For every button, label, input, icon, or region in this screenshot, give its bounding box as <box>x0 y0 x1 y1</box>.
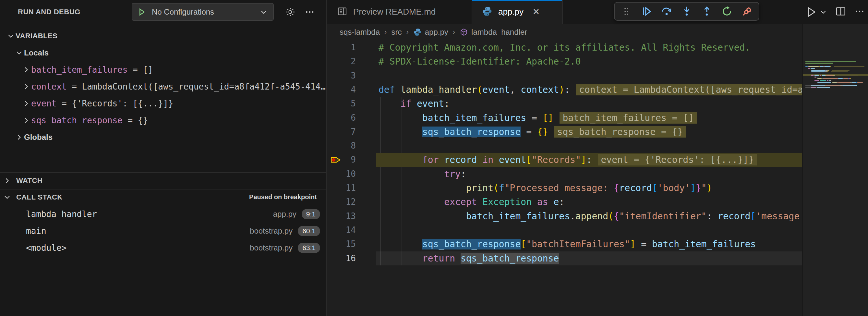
chevron-down-icon <box>14 49 24 57</box>
code-line-14[interactable]: 14 <box>327 223 802 237</box>
run-python-file-button[interactable] <box>805 6 827 18</box>
variable-value: = {'Records': [{...}]} <box>56 99 326 108</box>
tab-app-py[interactable]: app.py ✕ <box>472 0 563 24</box>
more-actions-button[interactable] <box>855 6 865 18</box>
minimap[interactable] <box>802 24 868 316</box>
code-line-9[interactable]: 9 for record in event["Records"]:event =… <box>327 153 802 167</box>
more-actions-icon[interactable] <box>301 0 318 24</box>
step-over-button[interactable] <box>658 3 675 20</box>
minimap-code-mark <box>817 78 821 79</box>
variables-section-header[interactable]: VARIABLES <box>0 28 326 44</box>
variable-row[interactable]: sqs_batch_response = {} <box>0 112 326 129</box>
minimap-code-mark <box>820 74 821 75</box>
minimap-code-mark <box>817 82 832 83</box>
code-text: def lambda_handler(event, context):conte… <box>378 83 802 97</box>
code-line-7[interactable]: 7 sqs_batch_response = {}sqs_batch_respo… <box>327 125 802 139</box>
minimap-code-mark <box>822 74 826 75</box>
editor-tab-bar: Preview README.md app.py ✕ <box>327 0 868 24</box>
line-number: 16 <box>334 251 356 265</box>
line-number: 11 <box>334 181 356 195</box>
tab-label: app.py <box>498 7 524 17</box>
symbol-method-icon <box>460 28 468 36</box>
code-line-15[interactable]: 15 sqs_batch_response["batchItemFailures… <box>327 237 802 251</box>
toolbar-drag-handle[interactable] <box>618 3 635 20</box>
code-line-4[interactable]: 4def lambda_handler(event, context):cont… <box>327 83 802 97</box>
minimap-code-mark <box>830 80 831 81</box>
minimap-code-mark <box>808 68 810 69</box>
panel-title-bar: RUN AND DEBUG No Configurations <box>0 0 326 24</box>
stack-frame-row[interactable]: mainbootstrap.py60:1 <box>0 223 326 240</box>
breadcrumb-item-file[interactable]: app.py <box>413 28 448 37</box>
minimap-code-mark <box>811 74 813 75</box>
code-line-3[interactable]: 3 <box>327 69 802 83</box>
chevron-down-icon <box>0 194 14 201</box>
breadcrumb-item-folder[interactable]: src <box>391 28 402 37</box>
code-text: return sqs_batch_response <box>378 251 559 265</box>
line-number: 8 <box>334 139 356 153</box>
restart-button[interactable] <box>718 3 735 20</box>
frame-file: bootstrap.py <box>250 243 292 252</box>
variable-value: = {} <box>123 116 326 125</box>
stack-frame-row[interactable]: <module>bootstrap.py63:1 <box>0 240 326 256</box>
minimap-code-mark <box>820 66 824 67</box>
scope-row-globals[interactable]: Globals <box>0 129 326 146</box>
code-line-13[interactable]: 13 batch_item_failures.append({"itemIden… <box>327 209 802 223</box>
code-text: except Exception as e: <box>378 195 564 209</box>
close-icon[interactable]: ✕ <box>533 7 540 17</box>
variable-name: sqs_batch_response <box>31 116 123 125</box>
chevron-right-icon <box>14 134 24 141</box>
start-debug-icon[interactable] <box>137 7 147 17</box>
code-line-16[interactable]: 16 return sqs_batch_response <box>327 251 802 265</box>
code-text: sqs_batch_response["batchItemFailures"] … <box>378 237 756 251</box>
code-line-10[interactable]: 10 try: <box>327 167 802 181</box>
code-text: sqs_batch_response = {}sqs_batch_respons… <box>378 125 686 139</box>
variable-row[interactable]: event = {'Records': [{...}]} <box>0 95 326 112</box>
code-line-6[interactable]: 6 batch_item_failures = []batch_item_fai… <box>327 111 802 125</box>
code-line-2[interactable]: 2# SPDX-License-Identifier: Apache-2.0 <box>327 55 802 68</box>
tab-preview-readme[interactable]: Preview README.md <box>327 0 472 24</box>
scope-row-locals[interactable]: Locals <box>0 44 326 61</box>
chevron-down-icon <box>259 8 268 16</box>
minimap-code-mark <box>843 78 848 79</box>
tab-label: Preview README.md <box>353 7 436 17</box>
run-and-debug-panel: RUN AND DEBUG No Configurations <box>0 0 327 316</box>
code-line-5[interactable]: 5 if event: <box>327 97 802 110</box>
code-line-11[interactable]: 11 print(f"Processed message: {record['b… <box>327 181 802 195</box>
continue-button[interactable] <box>638 3 655 20</box>
breadcrumb-item-symbol[interactable]: lambda_handler <box>460 28 527 37</box>
step-into-button[interactable] <box>678 3 695 20</box>
watch-header-label: WATCH <box>16 177 42 185</box>
scope-label: Locals <box>24 48 49 57</box>
code-line-8[interactable]: 8 <box>327 139 802 153</box>
code-editor[interactable]: 1# Copyright Amazon.com, Inc. or its aff… <box>327 40 868 316</box>
chevron-down-icon <box>6 32 16 39</box>
line-number: 9 <box>334 153 356 167</box>
minimap-code-mark <box>814 74 819 75</box>
minimap-code-mark <box>827 80 829 81</box>
breadcrumb-item-folder[interactable]: sqs-lambda <box>340 28 380 37</box>
variable-row[interactable]: batch_item_failures = [] <box>0 61 326 78</box>
breadcrumb-separator: › <box>406 28 408 36</box>
code-line-1[interactable]: 1# Copyright Amazon.com, Inc. or its aff… <box>327 40 802 55</box>
step-out-button[interactable] <box>699 3 715 20</box>
line-number: 4 <box>334 83 356 97</box>
code-text: print(f"Processed message: {record['body… <box>378 181 712 195</box>
minimap-highlight-mark <box>805 85 854 86</box>
minimap-code-mark <box>850 82 852 83</box>
code-text: batch_item_failures = []batch_item_failu… <box>378 111 697 125</box>
variable-row[interactable]: context = LambdaContext([aws_request_id=… <box>0 78 326 95</box>
frame-file: app.py <box>273 210 297 219</box>
debug-config-dropdown[interactable]: No Configurations <box>132 3 274 21</box>
settings-gear-icon[interactable] <box>282 0 299 24</box>
minimap-code-mark <box>825 71 827 72</box>
watch-section-header[interactable]: WATCH <box>0 172 326 189</box>
line-number: 1 <box>334 40 356 55</box>
disconnect-button[interactable] <box>739 3 755 20</box>
stack-frame-row[interactable]: lambda_handlerapp.py9:1 <box>0 206 326 223</box>
editor-group: Preview README.md app.py ✕ <box>327 0 868 316</box>
variable-value: = LambdaContext([aws_request_id=a8fa412f… <box>67 82 326 92</box>
split-editor-button[interactable] <box>835 5 846 19</box>
minimap-code-mark <box>808 66 819 67</box>
breadcrumb: sqs-lambda › src › app.py › <box>327 24 868 40</box>
code-line-12[interactable]: 12 except Exception as e: <box>327 195 802 209</box>
